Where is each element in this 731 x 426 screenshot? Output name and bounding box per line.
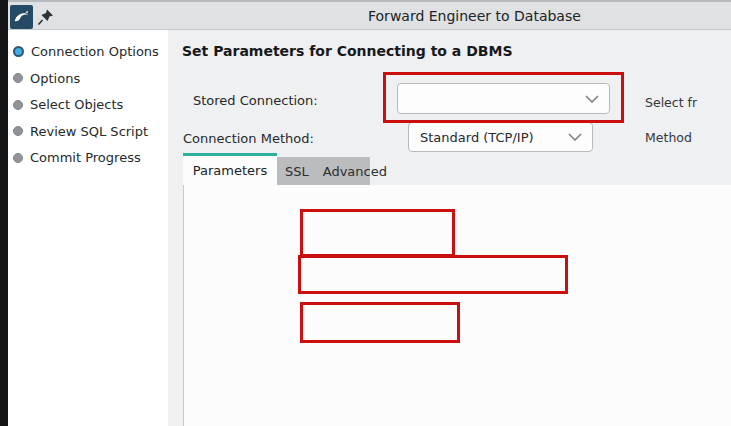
wizard-step-label: Connection Options bbox=[31, 44, 159, 59]
wizard-step-label: Select Objects bbox=[30, 97, 123, 112]
window-title: Forward Engineer to Database bbox=[368, 8, 581, 24]
window-edge-strip bbox=[0, 0, 8, 426]
connection-method-dropdown[interactable]: Standard (TCP/IP) bbox=[408, 122, 593, 152]
connection-method-label: Connection Method: bbox=[183, 131, 314, 146]
tab-strip: SSL Advanced bbox=[277, 157, 370, 185]
wizard-step-options[interactable]: Options bbox=[8, 71, 168, 86]
stored-connection-hint: Select fr bbox=[645, 95, 697, 110]
step-dot-icon bbox=[13, 153, 23, 163]
wizard-step-commit-progress[interactable]: Commit Progress bbox=[8, 150, 168, 165]
step-dot-icon bbox=[13, 100, 23, 110]
chevron-down-icon bbox=[568, 133, 582, 141]
wizard-step-label: Commit Progress bbox=[30, 150, 141, 165]
wizard-step-connection-options[interactable]: Connection Options bbox=[8, 44, 168, 59]
stored-connection-label: Stored Connection: bbox=[193, 93, 318, 108]
parameters-panel bbox=[183, 185, 731, 426]
wizard-step-label: Review SQL Script bbox=[30, 124, 148, 139]
mysql-workbench-icon bbox=[10, 5, 33, 29]
step-dot-icon bbox=[13, 126, 23, 136]
dolphin-glyph bbox=[12, 8, 31, 27]
pin-icon[interactable] bbox=[37, 8, 55, 27]
connection-method-value: Standard (TCP/IP) bbox=[420, 130, 568, 145]
active-step-dot-icon bbox=[13, 46, 24, 57]
chevron-down-icon bbox=[585, 95, 599, 103]
step-dot-icon bbox=[13, 73, 23, 83]
titlebar[interactable]: Forward Engineer to Database bbox=[0, 0, 731, 30]
wizard-step-review-sql-script[interactable]: Review SQL Script bbox=[8, 124, 168, 139]
tab-parameters[interactable]: Parameters bbox=[183, 153, 277, 185]
page-title: Set Parameters for Connecting to a DBMS bbox=[182, 43, 512, 59]
stored-connection-dropdown[interactable] bbox=[397, 83, 610, 114]
wizard-steps-sidebar: Connection Options Options Select Object… bbox=[8, 30, 168, 426]
connection-method-hint: Method bbox=[645, 130, 692, 145]
wizard-step-label: Options bbox=[30, 71, 80, 86]
tab-ssl[interactable]: SSL bbox=[285, 164, 309, 179]
forward-engineer-dialog: Forward Engineer to Database Connection … bbox=[0, 0, 731, 426]
wizard-step-select-objects[interactable]: Select Objects bbox=[8, 97, 168, 112]
tab-advanced[interactable]: Advanced bbox=[323, 164, 387, 179]
